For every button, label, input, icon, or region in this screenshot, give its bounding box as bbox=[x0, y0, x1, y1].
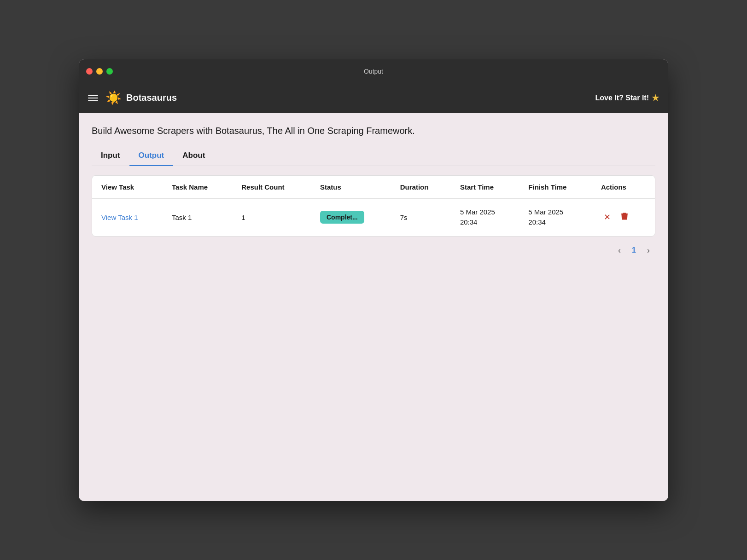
actions-cell: ✕ bbox=[601, 210, 646, 225]
minimize-button[interactable] bbox=[96, 68, 103, 75]
prev-page-button[interactable]: ‹ bbox=[614, 244, 624, 257]
next-page-button[interactable]: › bbox=[643, 244, 654, 257]
navbar-left: ☀️ Botasaurus bbox=[88, 92, 177, 104]
table-row: View Task 1 Task 1 1 Complet... 7s 5 Mar… bbox=[92, 198, 655, 236]
status-badge: Complet... bbox=[320, 211, 364, 224]
window-controls bbox=[86, 68, 113, 75]
finish-time-line1: 5 Mar 2025 bbox=[528, 207, 583, 218]
cell-finish-time: 5 Mar 2025 20:34 bbox=[519, 198, 592, 236]
start-time-line2: 20:34 bbox=[460, 217, 510, 228]
finish-time-value: 5 Mar 2025 20:34 bbox=[528, 207, 583, 228]
cell-start-time: 5 Mar 2025 20:34 bbox=[451, 198, 519, 236]
cell-view-task: View Task 1 bbox=[92, 198, 163, 236]
app-window: Output ☀️ Botasaurus Love It? Star It! ★… bbox=[79, 59, 668, 501]
finish-time-line2: 20:34 bbox=[528, 217, 583, 228]
navbar: ☀️ Botasaurus Love It? Star It! ★ bbox=[79, 83, 668, 113]
maximize-button[interactable] bbox=[106, 68, 113, 75]
close-button[interactable] bbox=[86, 68, 93, 75]
main-content: Build Awesome Scrapers with Botasaurus, … bbox=[79, 113, 668, 501]
start-time-value: 5 Mar 2025 20:34 bbox=[460, 207, 510, 228]
results-table: View Task Task Name Result Count Status … bbox=[92, 176, 655, 236]
tab-input[interactable]: Input bbox=[92, 146, 129, 166]
cta-label: Love It? Star It! bbox=[595, 94, 649, 102]
col-result-count: Result Count bbox=[232, 176, 311, 199]
tagline-text: Build Awesome Scrapers with Botasaurus, … bbox=[92, 126, 655, 136]
cta-button[interactable]: Love It? Star It! ★ bbox=[595, 93, 659, 103]
tab-output[interactable]: Output bbox=[129, 146, 174, 166]
current-page[interactable]: 1 bbox=[628, 244, 640, 256]
brand-name: Botasaurus bbox=[126, 92, 177, 103]
window-title: Output bbox=[364, 68, 383, 75]
title-bar: Output bbox=[79, 59, 668, 83]
start-time-line1: 5 Mar 2025 bbox=[460, 207, 510, 218]
brand: ☀️ Botasaurus bbox=[105, 92, 177, 104]
next-icon: › bbox=[647, 246, 650, 255]
hamburger-line-1 bbox=[88, 95, 98, 96]
view-task-link[interactable]: View Task 1 bbox=[101, 214, 138, 221]
trash-icon bbox=[620, 212, 629, 221]
brand-logo-icon: ☀️ bbox=[105, 92, 122, 104]
hamburger-line-3 bbox=[88, 100, 98, 101]
hamburger-menu[interactable] bbox=[88, 95, 98, 101]
hamburger-line-2 bbox=[88, 98, 98, 98]
table-header-row: View Task Task Name Result Count Status … bbox=[92, 176, 655, 199]
cancel-icon: ✕ bbox=[604, 213, 611, 222]
star-icon: ★ bbox=[652, 93, 659, 103]
prev-icon: ‹ bbox=[618, 246, 621, 255]
pagination: ‹ 1 › bbox=[92, 244, 655, 257]
col-view-task: View Task bbox=[92, 176, 163, 199]
cell-actions: ✕ bbox=[592, 198, 655, 236]
delete-task-button[interactable] bbox=[617, 210, 632, 225]
col-task-name: Task Name bbox=[163, 176, 232, 199]
cell-duration: 7s bbox=[391, 198, 451, 236]
tab-about[interactable]: About bbox=[173, 146, 214, 166]
tabs-container: Input Output About bbox=[92, 146, 655, 166]
col-finish-time: Finish Time bbox=[519, 176, 592, 199]
cell-status: Complet... bbox=[311, 198, 391, 236]
col-start-time: Start Time bbox=[451, 176, 519, 199]
cancel-task-button[interactable]: ✕ bbox=[601, 210, 613, 224]
cell-task-name: Task 1 bbox=[163, 198, 232, 236]
col-status: Status bbox=[311, 176, 391, 199]
col-actions: Actions bbox=[592, 176, 655, 199]
cell-result-count: 1 bbox=[232, 198, 311, 236]
results-table-container: View Task Task Name Result Count Status … bbox=[92, 175, 655, 237]
col-duration: Duration bbox=[391, 176, 451, 199]
